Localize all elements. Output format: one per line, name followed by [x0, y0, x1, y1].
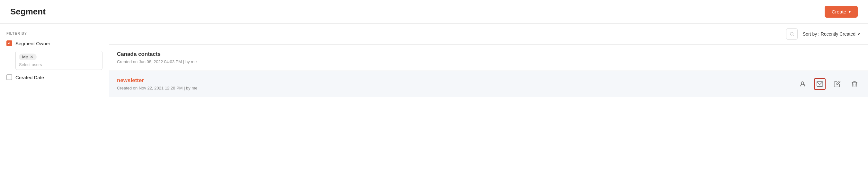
filter-by-label: FILTER BY [6, 31, 102, 35]
owner-tag-input[interactable]: Me ✕ Select users [16, 51, 102, 70]
svg-line-1 [793, 35, 794, 36]
page-title: Segment [10, 7, 45, 17]
search-button[interactable] [786, 28, 798, 40]
segment-owner-label: Segment Owner [16, 41, 50, 46]
delete-icon[interactable] [849, 78, 860, 90]
body: FILTER BY ✓ Segment Owner Me ✕ Select us… [0, 24, 868, 195]
toolbar: Sort by : Recently Created ∨ [109, 24, 868, 45]
mail-icon[interactable] [814, 78, 826, 90]
page-header: Segment Create ▾ [0, 0, 868, 24]
svg-point-2 [801, 81, 803, 84]
segment-info: Canada contacts Created on Jun 08, 2022 … [117, 51, 196, 64]
edit-icon[interactable] [831, 78, 843, 90]
created-date-label: Created Date [16, 75, 44, 80]
svg-point-0 [790, 32, 793, 35]
segment-name-link[interactable]: newsletter [117, 77, 197, 84]
segment-item: newsletter Created on Nov 22, 2021 12:28… [109, 71, 868, 97]
main-content: Sort by : Recently Created ∨ Canada cont… [109, 24, 868, 195]
segment-owner-filter: ✓ Segment Owner [6, 40, 102, 46]
created-date-filter: Created Date [6, 74, 102, 80]
page-wrapper: Segment Create ▾ FILTER BY ✓ Segment Own… [0, 0, 868, 195]
sidebar: FILTER BY ✓ Segment Owner Me ✕ Select us… [0, 24, 109, 195]
created-date-checkbox[interactable] [6, 74, 12, 80]
segment-meta: Created on Jun 08, 2022 04:03 PM | by me [117, 59, 196, 64]
segment-name: Canada contacts [117, 51, 196, 57]
segment-item: Canada contacts Created on Jun 08, 2022 … [109, 45, 868, 71]
segment-list: Canada contacts Created on Jun 08, 2022 … [109, 45, 868, 195]
search-icon [789, 31, 795, 37]
view-contacts-icon[interactable] [797, 78, 808, 90]
create-chevron-icon: ▾ [849, 10, 851, 14]
create-button[interactable]: Create ▾ [825, 6, 858, 17]
action-icons [797, 78, 860, 90]
segment-info: newsletter Created on Nov 22, 2021 12:28… [117, 77, 197, 90]
segment-meta: Created on Nov 22, 2021 12:28 PM | by me [117, 86, 197, 90]
sort-chevron-icon: ∨ [858, 32, 860, 36]
me-tag: Me ✕ [19, 53, 37, 60]
me-tag-remove[interactable]: ✕ [30, 54, 33, 59]
segment-owner-checkbox[interactable]: ✓ [6, 40, 12, 46]
select-users-placeholder: Select users [19, 62, 99, 67]
sort-dropdown[interactable]: Sort by : Recently Created ∨ [803, 31, 860, 37]
